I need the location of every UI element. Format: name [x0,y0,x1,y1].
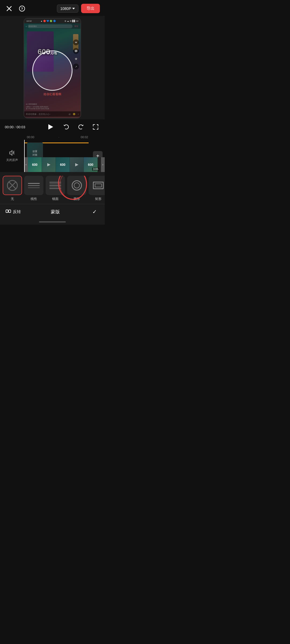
svg-rect-10 [6,210,8,213]
reverse-icon [5,208,11,215]
share-icon: ↗ [73,64,79,69]
export-button[interactable]: 导出 [81,4,100,13]
top-bar-left: ? [5,4,26,13]
mask-none-box[interactable] [3,176,22,195]
time-display: 00:00 / 00:03 [5,125,25,129]
mute-label: 关闭原声 [6,158,18,162]
video-preview: 18:32 ▲ 🔴 💙 🟢 🔵 ⊕ ☁ ⊞ ▊▊ 32 ‹ 搜索想看的 找宝 [0,16,105,119]
undo-button[interactable] [61,122,71,132]
phone-content: ‹ 搜索想看的 找宝 600元/包 ❤ [24,23,81,118]
resolution-selector[interactable]: 1080P [57,5,78,13]
svg-marker-7 [75,163,78,166]
svg-marker-4 [48,124,53,130]
mute-icon[interactable] [9,150,15,157]
svg-marker-6 [47,163,50,166]
mask-title: 蒙版 [51,209,60,215]
playhead [24,140,25,172]
back-icon: ‹ [26,25,27,28]
playback-controls [45,122,100,132]
search-input-mock: 搜索想看的 [28,24,73,28]
mask-none[interactable]: 无 [3,176,22,201]
reverse-label: 反转 [13,209,21,214]
mask-mirror-box[interactable] [46,176,65,195]
right-actions: ❤ 💬 ★ ↗ [73,39,79,69]
status-bar: 18:32 ▲ 🔴 💙 🟢 🔵 ⊕ ☁ ⊞ ▊▊ 32 [24,19,81,23]
svg-text:?: ? [21,7,23,11]
strip-frame-4 [70,157,84,172]
mask-circle-label: 圆形 [74,197,80,201]
fullscreen-button[interactable] [91,123,100,131]
caption: 给你们看看啊 [24,92,81,96]
user-info: @小棉袄旗舰店 #逻辑 #一次性逻辑 #面料差超好逻 #平价好物 #好用不贵经济… [26,103,49,110]
mask-mirror[interactable]: 镜面 [46,176,65,201]
chat-icon: 💬 [73,48,79,54]
strip-duration: 3:05 [92,167,99,171]
mask-rect[interactable]: 矩形 [89,176,105,201]
circle-mask-overlay [32,50,73,91]
redo-button[interactable] [76,122,86,132]
help-button[interactable]: ? [18,4,26,13]
mask-none-label: 无 [11,197,14,201]
linear-shape-icon [28,183,40,188]
search-bar-row: ‹ 搜索想看的 找宝 [24,23,81,29]
rect-shape-icon [93,182,104,189]
bottom-comment: 美语结善缘，忠言伤人心~ @ 😊 + [24,111,81,117]
top-bar: ? 1080P 导出 [0,0,105,16]
mask-mirror-label: 镜面 [52,197,59,201]
strip-right-handle[interactable]: › [101,157,105,172]
mask-circle-box[interactable] [67,176,86,195]
mask-circle[interactable]: 圆形 [67,176,86,201]
mask-linear[interactable]: 线性 [24,176,44,201]
home-bar [39,221,66,222]
phone-frame: 18:32 ▲ 🔴 💙 🟢 🔵 ⊕ ☁ ⊞ ▊▊ 32 ‹ 搜索想看的 找宝 [24,19,81,118]
audio-panel: 关闭原声 [0,150,24,162]
strip-frame-1: 600 [28,157,42,172]
mirror-shape-icon [49,182,61,189]
mask-linear-box[interactable] [24,176,44,195]
circle-shape-icon [72,180,82,191]
play-button[interactable] [45,122,56,132]
close-button[interactable] [5,4,13,13]
timeline-ruler: 00:00 · 00:02 [24,134,105,140]
mask-rect-label: 矩形 [95,197,102,201]
timeline-track: 设置 封面 + ‹ 600 600 600 › 3:05 [24,140,105,172]
svg-rect-11 [9,210,11,213]
mask-items-list: 无 线性 [0,176,105,201]
strip-frames: 600 600 600 [28,157,101,172]
strip-left-handle[interactable]: ‹ [24,157,28,172]
mask-linear-label: 线性 [31,197,37,201]
home-indicator [0,219,105,225]
none-shape-icon [7,180,18,191]
strip-frame-2 [42,157,56,172]
playback-bar: 00:00 / 00:03 [0,119,105,134]
bottom-toolbar: 反转 蒙版 ✓ [0,204,105,219]
timeline-content: 关闭原声 设置 封面 + ‹ 600 600 [0,140,105,172]
confirm-button[interactable]: ✓ [90,207,99,217]
video-strip: ‹ 600 600 600 › 3:05 [24,157,105,172]
timeline-dot: · [59,136,59,139]
timeline-area: 00:00 · 00:02 关闭原声 设置 封面 + ‹ [0,134,105,172]
like-icon: ❤ [73,39,79,45]
mask-rect-box[interactable] [89,176,105,195]
find-btn-mock: 找宝 [74,25,79,28]
strip-frame-3: 600 [56,157,70,172]
mask-options-panel: 无 线性 [0,172,105,204]
reverse-button[interactable]: 反转 [5,208,21,215]
